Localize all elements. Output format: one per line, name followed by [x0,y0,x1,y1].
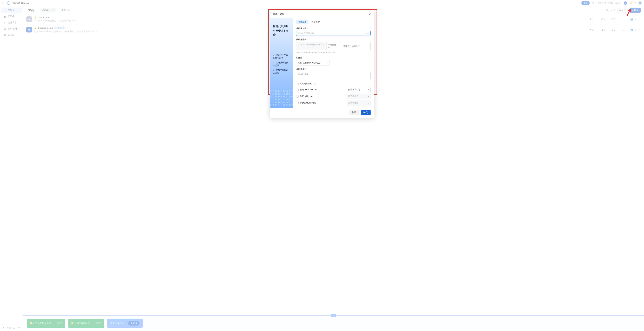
check-icon: ✓ [273,69,275,71]
modal-left-heading-1: 新建代码库后 [273,24,290,28]
mr-template-select[interactable]: 请选择模板▾ [346,100,370,106]
readme-label: 创建 README.md [300,88,317,91]
field-label-path: 代码库路径* [296,38,370,41]
modal-left-check: 代码质量与安全监测 [273,62,288,67]
modal-tab-template[interactable]: 模板新建 [310,20,322,24]
chevron-down-icon: ▾ [327,62,328,64]
readme-checkbox[interactable] [296,88,298,91]
gitignore-label: 创建 .gitignore [300,95,313,98]
encrypt-checkbox[interactable] [296,82,298,85]
chevron-down-icon: ▾ [338,45,339,47]
repo-name-input[interactable] [296,31,370,36]
mrtpl-select-value: 请选择模板 [348,102,358,104]
desc-textarea[interactable] [296,72,370,79]
readme-select-value: 内置新手引导 [348,88,360,91]
chevron-down-icon: ▾ [368,89,369,90]
modal-left-heading-2: 可享受以下服务 [273,29,290,36]
modal-tab-normal[interactable]: 普通新建 [296,20,308,24]
modal-footer: 取消 确定 [270,108,374,118]
visibility-value: 私有（仅代码库成员可见） [298,62,322,64]
name-counter: 0/100 [364,32,369,34]
modal-form: 普通新建 模板新建 代码库名称* 0/100 代码库路径* https://co… [293,18,374,108]
mrtpl-label: 创建合并请求模板 [300,102,316,104]
close-icon[interactable]: ✕ [369,13,371,16]
gitignore-select-value: 请选择模板 [348,95,358,98]
modal-header: 新建代码库 ✕ [270,10,374,18]
readme-template-select[interactable]: 内置新手引导▾ [346,87,370,92]
path-group-select[interactable]: 不选择分组▾ [326,42,341,50]
field-label-desc: 代码库描述 [296,68,370,71]
path-group-placeholder: 不选择分组 [328,43,338,49]
chevron-down-icon: ▾ [368,96,369,97]
modal-left-check: 规范的代码评审流程 [273,69,288,74]
gitignore-checkbox[interactable] [296,95,298,98]
modal-title: 新建代码库 [273,13,284,16]
check-icon: ✓ [273,62,275,64]
path-base-segment: https://codeup.aliyun.com/.../ [296,42,326,50]
path-input[interactable] [342,42,370,50]
decorative-binary-bg: 0011001000110010001100100 00110010 00011… [270,90,293,106]
field-label-visibility: 公开性* [296,56,370,59]
encrypt-label: 启用仓库加密 [300,82,312,85]
modal-left-panel: 新建代码库后 可享受以下服务 ✓稳定安全的代码托管服务 ✓代码质量与安全监测 ✓… [270,18,293,108]
visibility-select[interactable]: 私有（仅代码库成员可见） ▾ [296,60,330,66]
field-label-name: 代码库名称* [296,27,370,30]
ok-button[interactable]: 确定 [361,110,370,115]
info-icon[interactable]: ? [314,82,316,85]
cancel-button[interactable]: 取消 [349,110,359,115]
new-repo-modal: 新建代码库 ✕ 新建代码库后 可享受以下服务 ✓稳定安全的代码托管服务 ✓代码质… [270,10,374,118]
chevron-down-icon: ▾ [368,102,369,104]
modal-left-check: 稳定安全的代码托管服务 [273,54,288,59]
path-tips: Tips：建议使用代码组分组管理多个相关代码库 [296,51,370,54]
gitignore-template-select[interactable]: 请选择模板▾ [346,94,370,99]
check-icon: ✓ [273,54,275,56]
mrtpl-checkbox[interactable] [296,102,298,104]
